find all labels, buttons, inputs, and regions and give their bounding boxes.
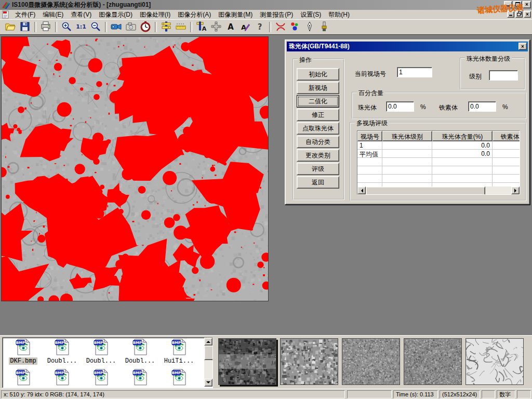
open-icon bbox=[5, 21, 16, 34]
rating-table[interactable]: 视场号珠光体级别珠光体含量(%)铁素体含量(%)10.0平均值0.0 bbox=[357, 130, 520, 195]
measure-text-button[interactable]: A bbox=[195, 21, 208, 33]
thumbnail-2[interactable] bbox=[342, 338, 400, 385]
help-button[interactable]: ? bbox=[253, 21, 267, 33]
scrollbar-track[interactable] bbox=[204, 360, 212, 379]
zoom-out-button[interactable] bbox=[89, 21, 102, 33]
current-field-input[interactable] bbox=[397, 67, 432, 77]
menu-item-edit[interactable]: 编辑(E) bbox=[39, 10, 67, 19]
status-bar: x: 510 y: 79 idx: 0 RGB: (174, 174, 174)… bbox=[0, 389, 532, 399]
correct-button[interactable]: 修正 bbox=[297, 109, 339, 121]
table-h-scrollbar[interactable] bbox=[357, 187, 520, 194]
menu-item-image-process[interactable]: 图像处理(I) bbox=[136, 10, 174, 19]
file-item-doubl---[interactable]: BMPDoubl... bbox=[43, 339, 82, 365]
toolbar-separator bbox=[190, 22, 192, 32]
menu-item-image-analysis[interactable]: 图像分析(A) bbox=[174, 10, 215, 19]
table-row[interactable]: 10.0 bbox=[357, 141, 520, 150]
scroll-up-arrow[interactable] bbox=[204, 338, 212, 345]
actual-size-icon: 1:1 bbox=[75, 21, 87, 34]
metallograph-image[interactable] bbox=[1, 36, 269, 301]
new-field-button[interactable]: 新视场 bbox=[297, 82, 339, 94]
menu-item-image-display[interactable]: 图像显示(D) bbox=[95, 10, 136, 19]
grade-input[interactable] bbox=[489, 70, 518, 81]
rate-button[interactable]: 评级 bbox=[297, 163, 339, 175]
classify-button[interactable] bbox=[288, 21, 302, 33]
video-camera-button[interactable] bbox=[110, 21, 123, 33]
text-button[interactable]: A bbox=[224, 21, 237, 33]
open-button[interactable] bbox=[4, 21, 17, 33]
file-item[interactable]: BMP bbox=[4, 369, 43, 387]
ruler-button[interactable] bbox=[174, 21, 188, 33]
table-row[interactable] bbox=[357, 166, 520, 175]
dialog-title-bar[interactable]: 珠光体(GB/T9441-88) × bbox=[287, 42, 528, 51]
file-item[interactable]: BMP bbox=[121, 369, 159, 387]
save-button[interactable] bbox=[18, 21, 32, 33]
table-row[interactable] bbox=[357, 158, 520, 166]
menu-item-view[interactable]: 查看(V) bbox=[67, 10, 95, 19]
scrollbar-track[interactable] bbox=[485, 187, 511, 194]
zoom-in-button[interactable] bbox=[60, 21, 73, 33]
scroll-down-arrow[interactable] bbox=[204, 379, 212, 387]
scroll-left-arrow[interactable] bbox=[357, 187, 366, 194]
menu-item-settings[interactable]: 设置(S) bbox=[297, 10, 325, 19]
file-item[interactable]: BMP bbox=[159, 369, 198, 387]
minimize-button[interactable] bbox=[504, 1, 512, 8]
auto-classify-button[interactable]: 自动分类 bbox=[297, 136, 339, 148]
change-class-button[interactable]: 更改类别 bbox=[297, 149, 339, 162]
close-button[interactable]: × bbox=[523, 1, 531, 8]
initialize-button[interactable]: 初始化 bbox=[297, 68, 339, 81]
curve-tool-button[interactable] bbox=[274, 21, 287, 33]
group-label: 珠光体数量分级 bbox=[465, 55, 512, 63]
brush-icon bbox=[318, 21, 330, 34]
percent-sign: % bbox=[420, 103, 426, 111]
return-button[interactable]: 返回 bbox=[297, 176, 339, 189]
toolbar-separator bbox=[155, 22, 157, 32]
status-time: Time (s): 0.113 bbox=[393, 390, 438, 398]
caliper-button[interactable] bbox=[159, 21, 173, 33]
picker-button[interactable] bbox=[303, 21, 316, 33]
file-item-huiti---[interactable]: BMPHuiTi... bbox=[159, 339, 198, 365]
mdi-restore-button[interactable] bbox=[515, 11, 523, 18]
curve-tool-icon bbox=[275, 21, 286, 34]
scrollbar-thumb[interactable] bbox=[204, 345, 213, 360]
scroll-right-arrow[interactable] bbox=[511, 187, 520, 194]
file-item[interactable]: BMP bbox=[82, 369, 121, 387]
thumbnail-4[interactable] bbox=[466, 338, 524, 385]
maximize-icon bbox=[515, 2, 520, 8]
pearlite-percent-input[interactable] bbox=[386, 101, 414, 112]
mdi-close-button[interactable]: × bbox=[524, 11, 531, 18]
brush-button[interactable] bbox=[317, 21, 331, 33]
mdi-minimize-button[interactable] bbox=[507, 11, 514, 18]
menu-item-file[interactable]: 文件(F) bbox=[11, 10, 39, 19]
dialog-close-button[interactable]: × bbox=[518, 43, 527, 50]
table-cell bbox=[432, 158, 493, 166]
zoom-in-icon bbox=[61, 21, 72, 34]
timer-button[interactable] bbox=[139, 21, 152, 33]
print-button[interactable] bbox=[39, 21, 52, 33]
pick-pearlite-button[interactable]: 点取珠光体 bbox=[297, 122, 339, 135]
binarize-button[interactable]: 二值化 bbox=[297, 95, 339, 108]
table-row[interactable]: 平均值0.0 bbox=[357, 150, 520, 158]
file-v-scrollbar[interactable] bbox=[204, 338, 212, 387]
menu-item-help[interactable]: 帮助(H) bbox=[325, 10, 353, 19]
thumbnail-0[interactable] bbox=[218, 338, 276, 385]
svg-text:1:1: 1:1 bbox=[76, 23, 86, 30]
ferrite-percent-input[interactable] bbox=[468, 101, 496, 112]
menu-bar: 文件(F)编辑(E)查看(V)图像显示(D)图像处理(I)图像分析(A)图像测量… bbox=[0, 10, 532, 20]
scrollbar-thumb[interactable] bbox=[366, 187, 485, 195]
capture-button[interactable] bbox=[124, 21, 138, 33]
move-grid-button[interactable] bbox=[209, 21, 223, 33]
file-item-doubl---[interactable]: BMPDoubl... bbox=[82, 339, 121, 365]
file-item-doubl---[interactable]: BMPDoubl... bbox=[121, 339, 159, 365]
thumbnail-1[interactable] bbox=[280, 338, 338, 385]
thumbnail-3[interactable] bbox=[404, 338, 462, 385]
annotate-button[interactable]: A bbox=[238, 21, 252, 33]
file-item[interactable]: BMP bbox=[43, 369, 82, 387]
menu-item-image-measure[interactable]: 图像测量(M) bbox=[215, 10, 256, 19]
maximize-button[interactable] bbox=[513, 1, 522, 8]
ferrite-label: 铁素体 bbox=[439, 103, 458, 112]
operation-buttons: 初始化新视场二值化修正点取珠光体自动分类更改类别评级返回 bbox=[297, 68, 339, 189]
table-row[interactable] bbox=[357, 175, 520, 183]
menu-item-measure-report[interactable]: 测量报告(P) bbox=[256, 10, 297, 19]
file-item-dkf-bmp[interactable]: BMPDKF.bmp bbox=[4, 339, 43, 365]
actual-size-button[interactable]: 1:1 bbox=[74, 21, 88, 33]
